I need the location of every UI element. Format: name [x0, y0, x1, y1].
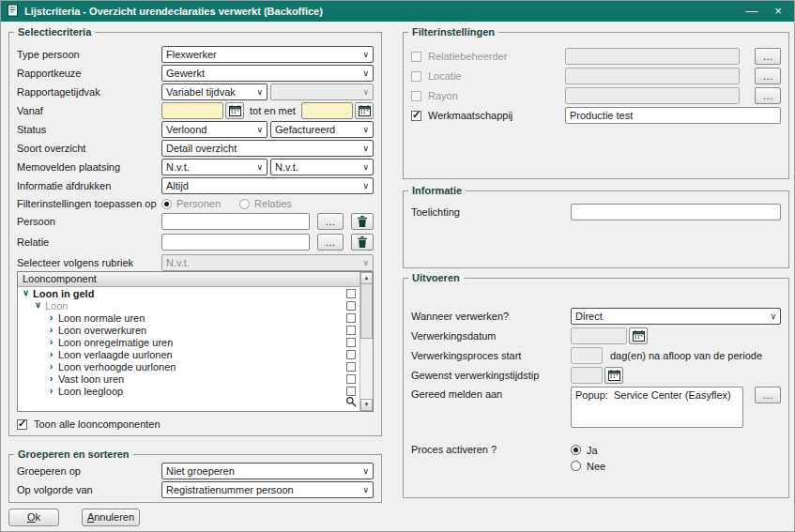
tree-header[interactable]: Looncomponent [18, 272, 359, 287]
nee-radio[interactable] [571, 461, 581, 471]
tree-row-loon[interactable]: Loon [18, 299, 373, 312]
expander-closed-icon[interactable] [46, 348, 56, 361]
tree-checkbox[interactable] [346, 301, 356, 311]
persoon-row: Persoon … [17, 213, 374, 230]
tree-checkbox[interactable] [346, 289, 356, 298]
nee-label: Nee [587, 461, 605, 472]
locatie-label: Locatie [428, 70, 565, 82]
tree-checkbox[interactable] [346, 338, 356, 347]
type-persoon-row: Type persoon Flexwerker [17, 46, 374, 63]
tree-scrollbar[interactable] [359, 272, 373, 411]
gereed-melden-browse-button[interactable]: … [755, 387, 781, 403]
annuleren-button[interactable]: Annuleren [82, 509, 140, 526]
gereed-melden-box[interactable]: Popup: Service Center (Easyflex) [571, 387, 743, 428]
personen-label: Personen [176, 198, 221, 209]
uitvoeren-title: Uitvoeren [408, 272, 464, 284]
type-persoon-label: Type persoon [17, 49, 161, 60]
memovelden-dropdown-1[interactable]: N.v.t. [161, 159, 268, 175]
minimize-button[interactable]: — [741, 1, 762, 22]
werkmaatschappij-input[interactable] [565, 107, 781, 124]
toelichting-input[interactable] [571, 204, 781, 220]
rayon-checkbox [411, 91, 421, 101]
rayon-input [565, 87, 740, 104]
vanaf-calendar-button[interactable] [225, 102, 244, 119]
volgorde-row: Op volgorde van Registratienummer persoo… [17, 481, 374, 498]
groeperen-op-label: Groeperen op [17, 465, 161, 477]
relatiebeheerder-input [565, 48, 740, 65]
relatie-clear-button[interactable] [351, 234, 374, 251]
chevron-down-icon [362, 258, 369, 267]
tree-row[interactable]: Loon leegloop [18, 385, 373, 397]
expander-closed-icon[interactable] [46, 324, 56, 337]
expander-closed-icon[interactable] [46, 385, 56, 398]
tree-checkbox[interactable] [346, 350, 356, 359]
tree-row[interactable]: Loon verhoogde uurlonen [18, 360, 373, 372]
relatie-input[interactable] [161, 234, 310, 251]
tijdstip-label: Gewenst verwerkingstijdstip [411, 370, 571, 381]
tree-row[interactable]: Loon overwerkuren [18, 324, 373, 336]
search-icon[interactable] [345, 396, 357, 407]
wanneer-row: Wanneer verwerken? Direct [411, 308, 781, 325]
tree-row[interactable]: Loon onregelmatige uren [18, 336, 373, 348]
groeperen-op-row: Groeperen op Niet groeperen [17, 463, 374, 479]
expander-closed-icon[interactable] [46, 336, 56, 349]
rayon-browse-button[interactable]: … [755, 87, 781, 104]
expander-closed-icon[interactable] [46, 372, 56, 386]
titlebar: Lijstcriteria - Overzicht urendeclaratie… [1, 1, 794, 22]
scroll-up-icon[interactable] [360, 272, 373, 284]
tree-checkbox[interactable] [346, 326, 356, 335]
tree-checkbox[interactable] [346, 313, 356, 323]
expander-open-icon[interactable] [33, 299, 43, 312]
vanaf-date-input[interactable] [161, 102, 223, 119]
status-dropdown[interactable]: Verloond [161, 121, 268, 138]
type-persoon-dropdown[interactable]: Flexwerker [161, 46, 374, 63]
groeperen-op-dropdown[interactable]: Niet groeperen [161, 463, 374, 479]
vanaf-row: Vanaf tot en met [17, 102, 374, 119]
informatie-afdrukken-row: Informatie afdrukken Altijd [17, 177, 374, 194]
ok-button[interactable]: Ok [8, 509, 59, 526]
tree-row-loon-in-geld[interactable]: Loon in geld [18, 287, 373, 299]
soort-overzicht-row: Soort overzicht Detail overzicht [17, 140, 374, 157]
informatie-afdrukken-dropdown[interactable]: Altijd [161, 177, 374, 194]
expander-closed-icon[interactable] [46, 360, 56, 373]
selectiecriteria-group: Selectiecriteria Type persoon Flexwerker… [8, 32, 382, 436]
ja-radio[interactable] [571, 445, 581, 455]
tree-checkbox[interactable] [346, 387, 356, 396]
expander-closed-icon[interactable] [46, 312, 56, 325]
toon-alle-checkbox[interactable] [17, 419, 27, 430]
volgorde-dropdown[interactable]: Registratienummer persoon [161, 481, 374, 498]
expander-open-icon[interactable] [21, 287, 31, 299]
wanneer-dropdown[interactable]: Direct [571, 308, 781, 325]
chevron-down-icon [362, 466, 369, 476]
status-factuur-dropdown[interactable]: Gefactureerd [270, 121, 374, 138]
relatie-browse-button[interactable]: … [317, 234, 344, 251]
tot-en-met-calendar-button[interactable] [355, 102, 374, 119]
tree-row[interactable]: Loon verlaagde uurlonen [18, 348, 373, 360]
scroll-down-icon[interactable] [360, 399, 373, 411]
proces-activeren-label: Proces activeren ? [411, 444, 571, 455]
close-button[interactable]: × [768, 1, 788, 22]
werkmaatschappij-checkbox[interactable] [411, 111, 421, 121]
tree-checkbox[interactable] [346, 362, 356, 372]
relaties-radio [239, 199, 250, 209]
tree-row[interactable]: Loon normale uren [18, 312, 373, 324]
scroll-thumb[interactable] [360, 284, 373, 339]
chevron-down-icon [362, 181, 369, 190]
memovelden-dropdown-2[interactable]: N.v.t. [270, 159, 374, 175]
tot-en-met-date-input[interactable] [301, 102, 353, 119]
verwerkingsdatum-row: Verwerkingsdatum [411, 327, 781, 344]
verwerkingsdatum-calendar-button[interactable] [629, 327, 648, 344]
tree-checkbox[interactable] [346, 374, 356, 384]
locatie-browse-button[interactable]: … [755, 68, 781, 84]
rapportagetijdvak-dropdown[interactable]: Variabel tijdvak [161, 84, 268, 100]
rapportkeuze-dropdown[interactable]: Gewerkt [161, 65, 374, 82]
persoon-clear-button[interactable] [351, 213, 374, 230]
soort-overzicht-label: Soort overzicht [17, 143, 161, 154]
persoon-input[interactable] [161, 213, 310, 230]
tree-row[interactable]: Vast loon uren [18, 372, 373, 385]
relatiebeheerder-browse-button[interactable]: … [755, 48, 781, 65]
tijdstip-calendar-button[interactable] [604, 367, 623, 384]
soort-overzicht-dropdown[interactable]: Detail overzicht [161, 140, 374, 157]
chevron-down-icon [362, 125, 369, 134]
persoon-browse-button[interactable]: … [317, 213, 344, 230]
